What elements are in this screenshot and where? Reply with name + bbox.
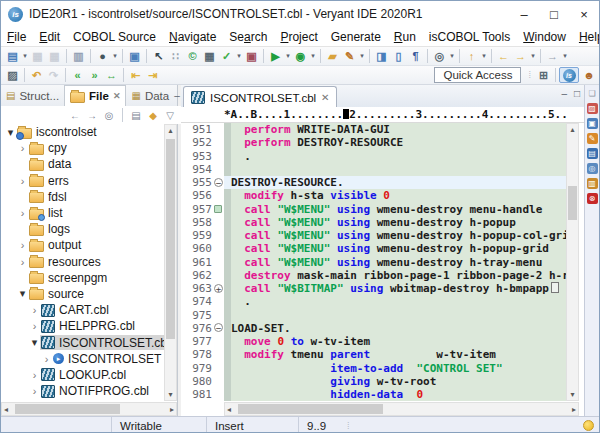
code-line-977[interactable]: 977 move 0 to w-tv-item (181, 335, 566, 348)
dropdown-arrow-icon[interactable]: ▾ (358, 52, 366, 60)
minimize-button[interactable]: – (509, 1, 539, 27)
navigate-up-icon[interactable]: ↑ (463, 48, 480, 64)
menu-generate[interactable]: Generate (331, 30, 381, 44)
dropdown-arrow-icon[interactable]: ▾ (448, 52, 456, 60)
code-line-961[interactable]: 961 call "W$MENU" using wmenu-destroy h-… (181, 256, 566, 269)
open-folder-icon[interactable]: ▰ (324, 48, 341, 64)
toggle-editor-icon[interactable]: ◨ (373, 48, 390, 64)
screen-program-icon[interactable]: ▣ (243, 48, 260, 64)
code-line-979[interactable]: 979 item-to-add "CONTROL SET" (181, 362, 566, 375)
tree-item-lookup-cbl[interactable]: ›LOOKUP.cbl (1, 367, 164, 383)
tree-item-notifprog-cbl[interactable]: ›NOTIFPROG.cbl (1, 383, 164, 399)
expand-icon[interactable]: › (17, 175, 28, 187)
menu-navigate[interactable]: Navigate (169, 30, 216, 44)
close-button[interactable]: × (569, 1, 599, 27)
forward-icon[interactable]: → (512, 48, 529, 64)
maximize-editor-icon[interactable]: □ (574, 88, 580, 99)
code-line-975[interactable]: 975 (181, 309, 566, 322)
error-log-icon[interactable]: ⊗ (587, 193, 598, 204)
code-line-978[interactable]: 978 modify tmenu parent w-tv-item (181, 348, 566, 361)
restore-views-icon[interactable]: ❏ (587, 88, 598, 99)
dropdown-arrow-icon[interactable]: ▾ (561, 52, 569, 60)
dropdown-arrow-icon[interactable]: ▾ (111, 52, 119, 60)
tree-item-iscontrolset[interactable]: ›▸ISCONTROLSET (1, 351, 164, 367)
next-annotation-icon[interactable]: → (544, 48, 561, 64)
undo-icon[interactable]: ↶ (28, 67, 45, 83)
back-icon[interactable]: ← (495, 48, 512, 64)
scrollbar-thumb[interactable] (568, 186, 577, 220)
perspective-iscobol-button[interactable]: is (559, 67, 579, 83)
clipboard-icon[interactable]: ▥ (587, 178, 598, 189)
maximize-button[interactable]: □ (539, 1, 569, 27)
code-line-953[interactable]: 953 . (181, 150, 566, 163)
menu-project[interactable]: Project (280, 30, 317, 44)
dropdown-arrow-icon[interactable]: ▾ (529, 52, 537, 60)
tab-structure[interactable]: ▤Struct... (1, 85, 64, 106)
fold-collapse-icon[interactable]: − (214, 178, 224, 188)
previous-edit-icon[interactable]: « (69, 67, 86, 83)
collapse-icon[interactable]: ▾ (17, 287, 28, 300)
archive-icon[interactable]: ▥ (70, 48, 87, 64)
forward-history-icon[interactable]: ⇥ (144, 67, 161, 83)
search-icon[interactable]: ◎ (587, 163, 598, 174)
eraser-icon[interactable]: ✎ (587, 133, 598, 144)
next-edit-icon[interactable]: » (86, 67, 103, 83)
filter-icon[interactable]: ◆ (146, 110, 160, 121)
tree-item-logs[interactable]: logs (1, 221, 164, 237)
compile-icon[interactable]: © (184, 48, 201, 64)
code-line-959[interactable]: 959 call "W$MENU" using wmenu-destroy h-… (181, 229, 566, 242)
expand-icon[interactable]: › (17, 142, 28, 154)
close-tab-icon[interactable]: ✕ (321, 92, 329, 103)
debug-icon[interactable]: ◉ (292, 48, 309, 64)
menu-window[interactable]: Window (523, 30, 566, 44)
scrollbar-thumb[interactable] (15, 404, 120, 414)
scroll-left-icon[interactable]: ◂ (4, 405, 8, 414)
scroll-right-icon[interactable]: ▸ (170, 405, 174, 414)
code-line-954[interactable]: 954 (181, 163, 566, 176)
tree-item-source[interactable]: ▾source (1, 286, 164, 302)
open-perspective-icon[interactable]: ⊞ (535, 67, 552, 83)
tree-item-data[interactable]: data (1, 156, 164, 172)
expand-icon[interactable]: › (17, 239, 28, 251)
tree-item-cart-cbl[interactable]: ›CART.cbl (1, 302, 164, 318)
expand-icon[interactable]: › (29, 304, 40, 316)
tree-item-iscontrolset[interactable]: ▾iscontrolset (1, 124, 164, 140)
dropdown-arrow-icon[interactable]: ▾ (235, 52, 243, 60)
collapse-all-icon[interactable]: ▤ (129, 110, 143, 121)
minimize-editor-icon[interactable]: – (561, 88, 567, 99)
code-line-952[interactable]: 952 perform DESTROY-RESOURCE (181, 136, 566, 149)
book-icon[interactable]: ▤ (587, 148, 598, 159)
menu-edit[interactable]: Edit (39, 30, 60, 44)
perspective-resource-button[interactable]: ☻ (579, 67, 599, 83)
tree-item-screenpgm[interactable]: screenpgm (1, 270, 164, 286)
keys-icon[interactable]: ∷ (167, 48, 184, 64)
menu-help[interactable]: Help (579, 30, 600, 44)
sidebar-vertical-scrollbar[interactable]: ▴ ▾ (164, 124, 177, 401)
code-line-981[interactable]: 981 hidden-data 0 (181, 388, 566, 401)
collapse-icon[interactable]: ▾ (5, 126, 16, 139)
tree-item-cpy[interactable]: ›cpy (1, 140, 164, 156)
forward-icon[interactable]: → (85, 110, 99, 121)
code-line-980[interactable]: 980 giving w-tv-root (181, 375, 566, 388)
dropdown-arrow-icon[interactable]: ▾ (480, 52, 488, 60)
code-line-956[interactable]: 956 modify h-sta visible 0 (181, 189, 566, 202)
editor-horizontal-scrollbar[interactable]: ◂ ▸ (224, 402, 579, 416)
tree-item-resources[interactable]: ›resources (1, 254, 164, 270)
info-icon[interactable]: ▯ (390, 48, 407, 64)
code-line-951[interactable]: 951 perform WRITE-DATA-GUI (181, 123, 566, 136)
tree-item-iscontrolset-cbl[interactable]: ▾ISCONTROLSET.cbl (1, 334, 164, 350)
link-with-editor-icon[interactable]: ◎ (102, 110, 116, 121)
minimize-view-icon[interactable]: – (174, 90, 180, 101)
scroll-down-icon[interactable]: ▾ (567, 390, 578, 399)
code-line-962[interactable]: 962 destroy mask-main ribbon-page-1 ribb… (181, 269, 566, 282)
back-history-icon[interactable]: ⇤ (127, 67, 144, 83)
sidebar-horizontal-scrollbar[interactable]: ◂ ▸ (1, 402, 177, 416)
fold-expand-icon[interactable]: + (214, 284, 224, 294)
editor-vertical-scrollbar[interactable]: ▴ ▾ (566, 123, 579, 401)
dictation-icon[interactable]: ◎ (431, 48, 448, 64)
tree-item-errs[interactable]: ›errs (1, 173, 164, 189)
dropdown-arrow-icon[interactable]: ▾ (309, 52, 317, 60)
collapse-icon[interactable]: ▾ (29, 336, 40, 349)
tab-data[interactable]: ▦Data (126, 85, 174, 106)
quick-access-box[interactable]: Quick Access (434, 67, 521, 83)
